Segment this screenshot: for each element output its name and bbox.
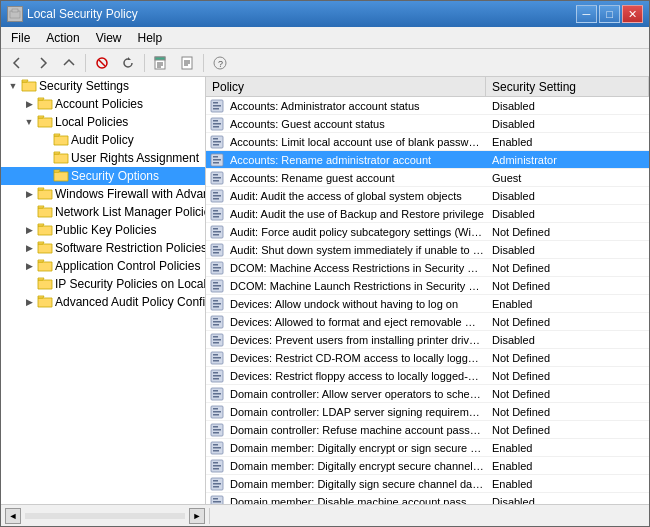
menu-view[interactable]: View <box>90 29 128 47</box>
tree-item-audit-policy[interactable]: Audit Policy <box>1 131 205 149</box>
policy-name: Audit: Audit the use of Backup and Resto… <box>226 208 488 220</box>
list-row[interactable]: Accounts: Rename administrator accountAd… <box>206 151 649 169</box>
expand-icon-account[interactable]: ▶ <box>21 96 37 112</box>
svg-rect-48 <box>213 246 218 248</box>
list-row[interactable]: Devices: Allowed to format and eject rem… <box>206 313 649 331</box>
menu-action[interactable]: Action <box>40 29 85 47</box>
tree-label-security-options: Security Options <box>71 169 159 183</box>
expand-icon-firewall[interactable]: ▶ <box>21 186 37 202</box>
tree-item-user-rights[interactable]: User Rights Assignment <box>1 149 205 167</box>
stop-button[interactable] <box>90 52 114 74</box>
expand-icon-security[interactable]: ▼ <box>5 78 21 94</box>
list-row[interactable]: Domain controller: Allow server operator… <box>206 385 649 403</box>
expand-icon-ip <box>21 276 37 292</box>
policy-icon <box>208 457 226 475</box>
policy-setting: Not Defined <box>488 316 649 328</box>
svg-rect-62 <box>213 306 219 308</box>
list-row[interactable]: Domain member: Disable machine account p… <box>206 493 649 504</box>
policy-column-header[interactable]: Policy <box>206 77 486 96</box>
forward-button[interactable] <box>31 52 55 74</box>
refresh-button[interactable] <box>116 52 140 74</box>
tree-item-account-policies[interactable]: ▶ Account Policies <box>1 95 205 113</box>
scroll-left-button[interactable]: ◄ <box>5 508 21 524</box>
tree-item-windows-firewall[interactable]: ▶ Windows Firewall with Advanced Secu... <box>1 185 205 203</box>
list-row[interactable]: Audit: Force audit policy subcategory se… <box>206 223 649 241</box>
list-row[interactable]: Accounts: Rename guest accountGuest <box>206 169 649 187</box>
menu-help[interactable]: Help <box>132 29 169 47</box>
list-row[interactable]: Audit: Audit the access of global system… <box>206 187 649 205</box>
policy-setting: Disabled <box>488 496 649 505</box>
list-row[interactable]: Audit: Audit the use of Backup and Resto… <box>206 205 649 223</box>
tree-item-security-options[interactable]: Security Options <box>1 167 205 185</box>
scroll-right-button[interactable]: ► <box>189 508 205 524</box>
svg-rect-81 <box>213 393 221 395</box>
properties-button[interactable] <box>175 52 199 74</box>
tree-item-network-list[interactable]: Network List Manager Policies <box>1 203 205 221</box>
menu-file[interactable]: File <box>5 29 36 47</box>
list-row[interactable]: Domain member: Digitally sign secure cha… <box>206 475 649 493</box>
expand-icon-advanced-audit[interactable]: ▶ <box>21 294 37 310</box>
svg-rect-88 <box>213 426 218 428</box>
svg-rect-21 <box>213 123 221 125</box>
svg-rect-84 <box>213 408 218 410</box>
policy-name: Devices: Allow undock without having to … <box>226 298 488 310</box>
policy-icon <box>208 313 226 331</box>
list-row[interactable]: Accounts: Limit local account use of bla… <box>206 133 649 151</box>
svg-rect-97 <box>213 465 221 467</box>
horizontal-scrollbar[interactable] <box>25 513 185 519</box>
tree-item-local-policies[interactable]: ▼ Local Policies <box>1 113 205 131</box>
back-button[interactable] <box>5 52 29 74</box>
help-button[interactable]: ? <box>208 52 232 74</box>
tree-item-ip-security[interactable]: IP Security Policies on Local Compute... <box>1 275 205 293</box>
list-row[interactable]: Domain member: Digitally encrypt secure … <box>206 457 649 475</box>
expand-icon-software[interactable]: ▶ <box>21 240 37 256</box>
tree-label-security-settings: Security Settings <box>39 79 129 93</box>
tree-item-security-settings[interactable]: ▼ Security Settings <box>1 77 205 95</box>
list-row[interactable]: DCOM: Machine Access Restrictions in Sec… <box>206 259 649 277</box>
svg-rect-49 <box>213 249 221 251</box>
policy-setting: Disabled <box>488 334 649 346</box>
policy-setting: Not Defined <box>488 280 649 292</box>
tree-item-public-key[interactable]: ▶ Public Key Policies <box>1 221 205 239</box>
expand-icon-public-key[interactable]: ▶ <box>21 222 37 238</box>
expand-icon-local[interactable]: ▼ <box>21 114 37 130</box>
setting-column-header[interactable]: Security Setting <box>486 77 649 96</box>
policy-name: Accounts: Administrator account status <box>226 100 488 112</box>
list-row[interactable]: Devices: Prevent users from installing p… <box>206 331 649 349</box>
list-row[interactable]: Accounts: Administrator account statusDi… <box>206 97 649 115</box>
svg-rect-60 <box>213 300 218 302</box>
svg-rect-18 <box>213 108 219 110</box>
list-row[interactable]: Audit: Shut down system immediately if u… <box>206 241 649 259</box>
minimize-button[interactable]: ─ <box>576 5 597 23</box>
svg-rect-93 <box>213 447 221 449</box>
svg-rect-34 <box>213 180 219 182</box>
expand-icon-app-control[interactable]: ▶ <box>21 258 37 274</box>
list-row[interactable]: Devices: Restrict CD-ROM access to local… <box>206 349 649 367</box>
tree-item-app-control[interactable]: ▶ Application Control Policies <box>1 257 205 275</box>
list-row[interactable]: Domain member: Digitally encrypt or sign… <box>206 439 649 457</box>
tree-item-software-restriction[interactable]: ▶ Software Restriction Policies <box>1 239 205 257</box>
tree-item-advanced-audit[interactable]: ▶ Advanced Audit Policy Configuration <box>1 293 205 311</box>
policy-setting: Disabled <box>488 244 649 256</box>
policy-icon <box>208 493 226 505</box>
close-button[interactable]: ✕ <box>622 5 643 23</box>
list-row[interactable]: Domain controller: LDAP server signing r… <box>206 403 649 421</box>
expand-icon-security-options <box>37 168 53 184</box>
up-button[interactable] <box>57 52 81 74</box>
policy-setting: Not Defined <box>488 388 649 400</box>
list-row[interactable]: Devices: Allow undock without having to … <box>206 295 649 313</box>
list-row[interactable]: Accounts: Guest account statusDisabled <box>206 115 649 133</box>
policy-name: Accounts: Rename guest account <box>226 172 488 184</box>
folder-icon-public-key <box>37 222 53 238</box>
svg-rect-37 <box>213 195 221 197</box>
svg-rect-103 <box>211 496 223 505</box>
list-row[interactable]: Domain controller: Refuse machine accoun… <box>206 421 649 439</box>
list-row[interactable]: DCOM: Machine Launch Restrictions in Sec… <box>206 277 649 295</box>
svg-rect-102 <box>213 486 219 488</box>
svg-rect-100 <box>213 480 218 482</box>
export-button[interactable] <box>149 52 173 74</box>
policy-setting: Guest <box>488 172 649 184</box>
maximize-button[interactable]: □ <box>599 5 620 23</box>
list-row[interactable]: Devices: Restrict floppy access to local… <box>206 367 649 385</box>
svg-rect-64 <box>213 318 218 320</box>
